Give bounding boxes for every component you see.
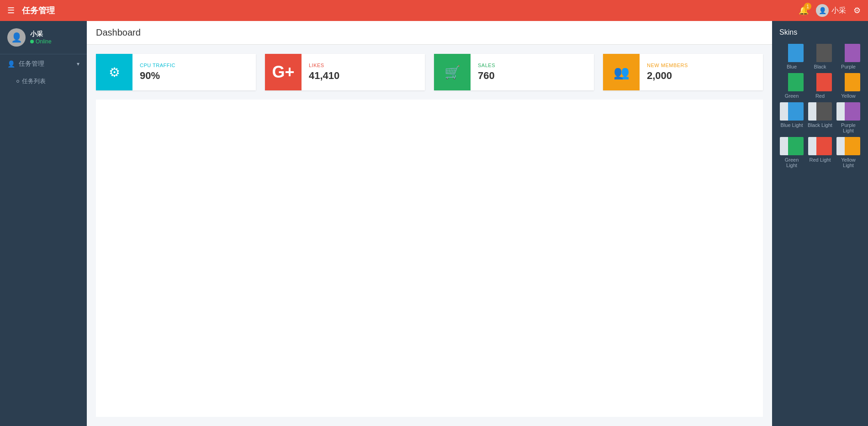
sales-stat-info: SALES 760 [471,54,503,90]
sales-value: 760 [478,70,495,82]
skin-item-purple-light[interactable]: Purple Light [836,102,861,133]
header-username: 小采 [831,6,846,16]
sidebar: 👤 小采 Online 👤 任务管理 ▾ 任务列表 [0,21,87,426]
profile-info: 小采 Online [30,30,52,45]
stat-card-sales: 🛒 SALES 760 [434,54,594,90]
skin-item-red[interactable]: Red [808,73,832,99]
status-text: Online [36,38,52,45]
skin-item-black-light[interactable]: Black Light [808,102,832,133]
header-avatar: 👤 [816,4,829,17]
profile-avatar: 👤 [7,28,26,47]
skin-label: Purple Light [836,122,861,133]
members-label: NEW MEMBERS [647,63,688,68]
skins-title: Skins [779,28,861,37]
status-dot [30,40,34,43]
cpu-label: CPU TRAFFIC [140,63,175,68]
main-layout: 👤 小采 Online 👤 任务管理 ▾ 任务列表 [0,21,868,426]
skin-item-yellow[interactable]: Yellow [836,73,861,99]
sidebar-menu: 👤 任务管理 ▾ 任务列表 [0,54,87,426]
skin-label: Yellow Light [836,157,861,168]
skin-label: Green Light [779,157,804,168]
notification-bell[interactable]: 🔔 1 [799,5,809,16]
skin-label: Black Light [808,122,832,128]
skin-label: Blue Light [781,122,803,128]
app-title: 任务管理 [22,5,55,16]
sales-label: SALES [478,63,495,68]
skin-item-red-light[interactable]: Red Light [808,137,832,168]
skin-label: Black [814,64,826,69]
header-right: 🔔 1 👤 小采 ⚙ [799,4,861,17]
skin-label: Green [785,93,799,99]
likes-icon-box: G+ [265,54,302,90]
cpu-value: 90% [140,70,175,82]
task-management-label: 任务管理 [19,60,44,68]
task-list-label: 任务列表 [22,77,46,85]
skin-item-blue-light[interactable]: Blue Light [779,102,804,133]
stat-card-cpu: ⚙ CPU TRAFFIC 90% [96,54,256,90]
skin-label: Purple [841,64,856,69]
menu-item-left: 👤 任务管理 [7,60,44,68]
skin-label: Red Light [809,157,831,163]
skins-panel: Skins BlueBlackPurpleGreenRedYellowBlue … [772,21,868,426]
profile-name: 小采 [30,30,52,38]
cart-icon: 🛒 [445,65,460,80]
content-area: Dashboard ⚙ CPU TRAFFIC 90% G+ LIKES [87,21,772,426]
settings-icon[interactable]: ⚙ [853,5,861,16]
members-icon-box: 👥 [603,54,640,90]
skins-grid: BlueBlackPurpleGreenRedYellowBlue LightB… [779,44,861,168]
skin-item-purple[interactable]: Purple [836,44,861,69]
submenu-dot-icon [16,80,19,83]
skin-item-blue[interactable]: Blue [779,44,804,69]
skin-item-yellow-light[interactable]: Yellow Light [836,137,861,168]
chevron-down-icon: ▾ [77,61,79,67]
task-management-icon: 👤 [7,60,15,68]
members-stat-info: NEW MEMBERS 2,000 [640,54,695,90]
skin-label: Yellow [841,93,855,99]
bell-badge: 1 [804,3,811,10]
gear-icon: ⚙ [109,65,120,80]
skin-item-black[interactable]: Black [808,44,832,69]
content-header: Dashboard [87,21,772,45]
user-info[interactable]: 👤 小采 [816,4,846,17]
stats-row: ⚙ CPU TRAFFIC 90% G+ LIKES 41,410 [87,45,772,100]
likes-label: LIKES [309,63,339,68]
members-value: 2,000 [647,70,688,82]
top-header: ☰ 任务管理 🔔 1 👤 小采 ⚙ [0,0,868,21]
gplus-icon: G+ [272,63,294,82]
skin-label: Blue [787,64,797,69]
hamburger-icon[interactable]: ☰ [7,5,15,16]
skin-label: Red [815,93,825,99]
cpu-stat-info: CPU TRAFFIC 90% [132,54,183,90]
page-title: Dashboard [96,27,763,38]
skin-item-green-light[interactable]: Green Light [779,137,804,168]
likes-value: 41,410 [309,70,339,82]
likes-stat-info: LIKES 41,410 [302,54,347,90]
profile-status: Online [30,38,52,45]
stat-card-members: 👥 NEW MEMBERS 2,000 [603,54,763,90]
content-body [96,100,763,417]
cpu-icon-box: ⚙ [96,54,132,90]
members-icon: 👥 [614,65,630,80]
stat-card-likes: G+ LIKES 41,410 [265,54,425,90]
sidebar-item-task-management[interactable]: 👤 任务管理 ▾ [0,54,87,74]
sales-icon-box: 🛒 [434,54,471,90]
header-left: ☰ 任务管理 [7,5,55,16]
skin-item-green[interactable]: Green [779,73,804,99]
sidebar-profile: 👤 小采 Online [0,21,87,54]
sidebar-item-task-list[interactable]: 任务列表 [0,74,87,89]
